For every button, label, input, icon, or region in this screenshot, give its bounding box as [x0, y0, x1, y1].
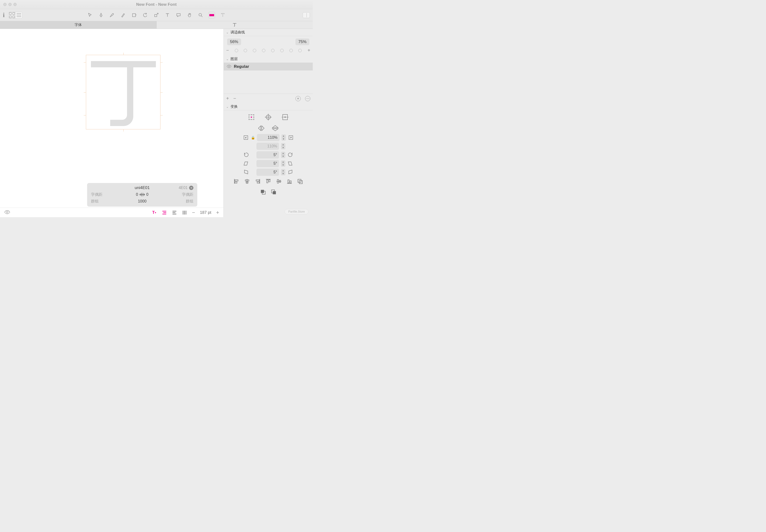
- origin-crosshair-icon[interactable]: [264, 113, 273, 121]
- svg-rect-58: [269, 180, 270, 182]
- mirror-vertical-icon[interactable]: [271, 124, 280, 133]
- zoom-value[interactable]: 187 pt: [200, 210, 211, 215]
- curve-right-pct[interactable]: 75%: [295, 38, 309, 45]
- svg-rect-8: [133, 13, 136, 17]
- slider-plus-icon[interactable]: +: [307, 48, 310, 53]
- chevron-down-icon: ⌄: [226, 105, 229, 108]
- kerning-icon: [139, 192, 145, 197]
- curve-left-pct[interactable]: 56%: [227, 38, 241, 45]
- metrics-tool-icon[interactable]: [219, 12, 226, 19]
- glyph-width[interactable]: 1000: [138, 199, 147, 203]
- svg-rect-3: [13, 16, 15, 18]
- tab-bar: 字体 丁: [0, 21, 313, 29]
- zoom-button[interactable]: [13, 3, 17, 6]
- align-bottom-icon[interactable]: [286, 178, 293, 184]
- layers-menu-icon[interactable]: ≡: [295, 96, 301, 101]
- skew-v-stepper[interactable]: ▲▼: [281, 169, 285, 175]
- skew-left-icon[interactable]: [243, 160, 249, 167]
- annotation-tool-icon[interactable]: [175, 12, 182, 19]
- section-curves-title: 调适曲线: [230, 30, 245, 35]
- zoom-out-button[interactable]: −: [192, 209, 195, 216]
- rotate-stepper[interactable]: ▲▼: [281, 152, 285, 158]
- pencil-tool-icon[interactable]: [109, 12, 115, 19]
- scale-x-input[interactable]: 110%: [257, 134, 280, 141]
- layer-item-regular[interactable]: Regular: [224, 63, 313, 70]
- zoom-tool-icon[interactable]: [197, 12, 204, 19]
- slider-minus-icon[interactable]: −: [226, 48, 229, 53]
- skew-up-icon[interactable]: [287, 169, 294, 175]
- primitive-tool-icon[interactable]: [131, 12, 138, 19]
- rotate-ccw-icon[interactable]: [243, 152, 249, 158]
- skew-v-input[interactable]: 5°: [256, 169, 279, 176]
- align-vcenter-icon[interactable]: [276, 178, 282, 184]
- layers-list-empty: [224, 70, 313, 94]
- align-hcenter-icon[interactable]: [244, 178, 250, 184]
- skew-h-input[interactable]: 5°: [256, 160, 279, 167]
- ltr-mode-icon[interactable]: [172, 210, 177, 215]
- boolean-subtract-icon[interactable]: [260, 189, 266, 195]
- scale-up-icon[interactable]: [288, 134, 294, 141]
- align-top-icon[interactable]: [265, 178, 271, 184]
- erase-tool-icon[interactable]: [120, 12, 127, 19]
- align-left-icon[interactable]: [233, 178, 240, 184]
- skew-right-icon[interactable]: [287, 160, 294, 167]
- layers-more-icon[interactable]: ⋯: [305, 96, 310, 101]
- remove-layer-button[interactable]: −: [233, 96, 236, 101]
- skew-down-icon[interactable]: [243, 169, 249, 175]
- curve-dot-slider[interactable]: − +: [224, 47, 313, 56]
- text-mode-icon[interactable]: T●: [152, 210, 157, 215]
- layers-footer: + − ≡ ⋯: [224, 94, 313, 103]
- origin-metrics-icon[interactable]: [281, 113, 289, 121]
- kerning-right-value[interactable]: 0: [146, 192, 148, 197]
- rotate-tool-icon[interactable]: [142, 12, 149, 19]
- close-button[interactable]: [3, 3, 6, 6]
- layer-visibility-icon[interactable]: [227, 65, 231, 69]
- vertical-mode-icon[interactable]: [182, 210, 187, 215]
- mirror-horizontal-icon[interactable]: [257, 124, 266, 133]
- glyph-canvas[interactable]: uni4E01 4E01 ➔ 字偶距 0 0 字偶距 群组 1000 群组: [0, 29, 224, 217]
- rtl-mode-icon[interactable]: [162, 210, 167, 215]
- pen-tool-icon[interactable]: [98, 12, 104, 19]
- rotate-cw-icon[interactable]: [287, 152, 294, 158]
- skew-h-stepper[interactable]: ▲▼: [281, 160, 285, 167]
- boolean-intersect-icon[interactable]: [270, 189, 277, 195]
- info-button[interactable]: i: [3, 12, 5, 19]
- text-tool-icon[interactable]: [164, 12, 171, 19]
- kerning-left-value[interactable]: 0: [136, 192, 138, 197]
- minimize-button[interactable]: [8, 3, 12, 6]
- unicode-next-icon[interactable]: ➔: [189, 186, 193, 190]
- zoom-in-button[interactable]: +: [216, 209, 219, 216]
- origin-bbox-icon[interactable]: [247, 113, 256, 121]
- section-layers-header[interactable]: ⌄ 图层: [224, 56, 313, 63]
- scale-y-stepper[interactable]: ▲▼: [281, 143, 285, 149]
- scale-y-input[interactable]: 110%: [256, 143, 279, 150]
- measurement-tool-icon[interactable]: [208, 12, 215, 19]
- boolean-union-icon[interactable]: [297, 178, 303, 184]
- scale-down-icon[interactable]: [243, 134, 249, 141]
- grid-view-icon[interactable]: [9, 12, 15, 18]
- preview-eye-icon[interactable]: [4, 210, 10, 215]
- toggle-sidebar-button[interactable]: [303, 12, 310, 18]
- scale-tool-icon[interactable]: [153, 12, 160, 19]
- svg-rect-55: [257, 182, 259, 183]
- list-view-icon[interactable]: [15, 12, 22, 18]
- section-transform-header[interactable]: ⌄ 变换: [224, 103, 313, 110]
- glyph-unicode[interactable]: 4E01: [179, 186, 188, 190]
- add-layer-button[interactable]: +: [226, 96, 229, 101]
- tab-glyph[interactable]: 丁: [156, 21, 313, 29]
- svg-point-34: [253, 119, 254, 120]
- select-tool-icon[interactable]: [87, 12, 93, 19]
- hand-tool-icon[interactable]: [186, 12, 193, 19]
- section-curves-header[interactable]: ⌄ 调适曲线: [224, 29, 313, 36]
- align-right-icon[interactable]: [255, 178, 261, 184]
- lock-icon[interactable]: 🔒: [251, 136, 255, 139]
- rotate-input[interactable]: 5°: [256, 151, 279, 158]
- view-mode-segmented[interactable]: [8, 12, 22, 19]
- svg-rect-67: [261, 190, 264, 193]
- glyph-outline: [91, 61, 156, 129]
- svg-rect-66: [299, 181, 302, 184]
- tab-font[interactable]: 字体: [0, 21, 156, 29]
- glyph-name[interactable]: uni4E01: [135, 185, 150, 190]
- svg-point-7: [101, 15, 101, 15]
- scale-x-stepper[interactable]: ▲▼: [281, 134, 286, 141]
